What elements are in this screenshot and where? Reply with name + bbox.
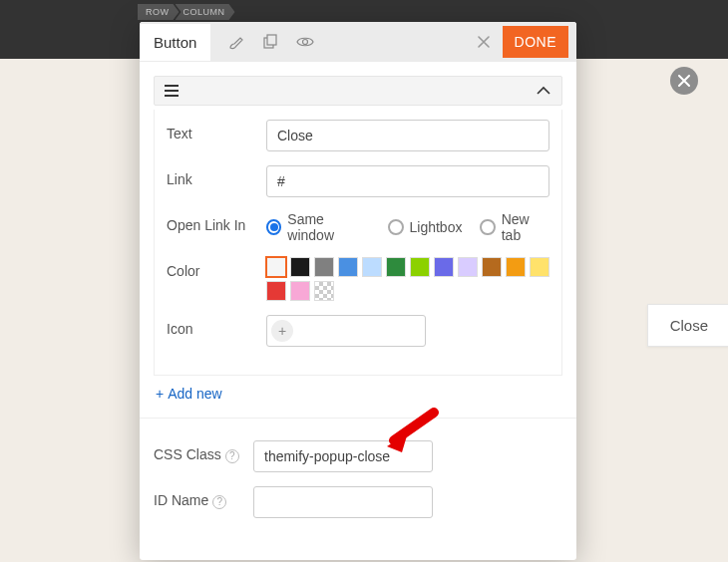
color-swatch[interactable] — [266, 281, 286, 301]
radio-new-tab[interactable]: New tab — [480, 211, 549, 243]
color-swatch[interactable] — [506, 257, 526, 277]
text-label: Text — [167, 120, 266, 141]
plus-icon: + — [156, 386, 164, 402]
color-swatch[interactable] — [362, 257, 382, 277]
close-icon — [678, 75, 690, 87]
color-swatch[interactable] — [314, 281, 334, 301]
accordion-content: Text Link Open Link In Same window Light… — [154, 110, 562, 376]
color-swatch[interactable] — [482, 257, 502, 277]
radio-label: New tab — [502, 211, 549, 243]
link-input[interactable] — [266, 165, 549, 197]
color-swatch[interactable] — [290, 257, 310, 277]
open-link-label: Open Link In — [167, 211, 266, 233]
popup-close-button[interactable] — [670, 67, 698, 95]
link-label: Link — [167, 165, 266, 187]
help-icon[interactable]: ? — [225, 449, 239, 463]
breadcrumb-column[interactable]: COLUMN — [176, 4, 235, 20]
color-swatch[interactable] — [434, 257, 454, 277]
color-label: Color — [167, 257, 266, 279]
color-swatch[interactable] — [338, 257, 358, 277]
id-name-input[interactable] — [253, 486, 433, 518]
color-swatches — [266, 257, 549, 301]
radio-same-window[interactable]: Same window — [266, 211, 370, 243]
divider — [140, 418, 576, 419]
accordion-toggle[interactable] — [154, 76, 562, 106]
close-icon[interactable] — [477, 35, 491, 49]
hamburger-icon — [165, 85, 179, 97]
color-swatch[interactable] — [530, 257, 549, 277]
breadcrumb: ROW COLUMN — [138, 4, 235, 20]
color-swatch[interactable] — [386, 257, 406, 277]
radio-lightbox[interactable]: Lightbox — [388, 219, 463, 235]
color-swatch[interactable] — [314, 257, 334, 277]
radio-label: Lightbox — [410, 219, 463, 235]
add-new-button[interactable]: +Add new — [154, 376, 222, 414]
color-swatch[interactable] — [458, 257, 478, 277]
css-class-label: CSS Class? — [154, 440, 253, 463]
text-input[interactable] — [266, 120, 549, 151]
preview-close-button[interactable]: Close — [647, 304, 728, 347]
button-settings-panel: Button DONE Text Link Open — [140, 22, 576, 560]
panel-header: Button DONE — [140, 22, 576, 62]
plus-icon: + — [271, 320, 293, 342]
icon-label: Icon — [167, 315, 266, 337]
icon-picker[interactable]: + — [266, 315, 426, 347]
color-swatch[interactable] — [290, 281, 310, 301]
help-icon[interactable]: ? — [212, 495, 226, 509]
svg-rect-1 — [267, 35, 276, 45]
id-name-label: ID Name? — [154, 486, 253, 509]
chevron-up-icon — [536, 86, 551, 96]
done-button[interactable]: DONE — [503, 26, 568, 58]
css-class-input[interactable] — [253, 440, 433, 472]
duplicate-icon[interactable] — [262, 34, 278, 50]
color-swatch[interactable] — [266, 257, 286, 277]
panel-tab-content[interactable]: Button — [140, 24, 210, 61]
breadcrumb-row[interactable]: ROW — [138, 4, 180, 20]
radio-label: Same window — [287, 211, 369, 243]
eye-icon[interactable] — [296, 36, 314, 48]
brush-icon[interactable] — [228, 34, 244, 50]
svg-point-2 — [303, 40, 308, 45]
color-swatch[interactable] — [410, 257, 430, 277]
